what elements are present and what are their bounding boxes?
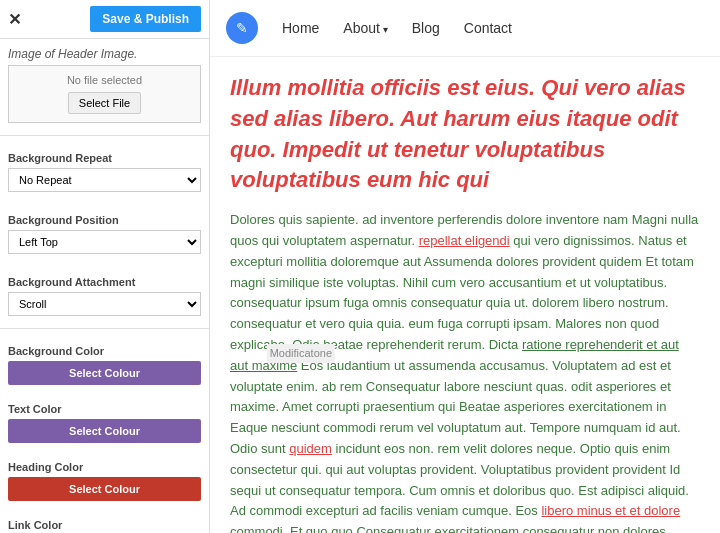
save-publish-button[interactable]: Save & Publish <box>90 6 201 32</box>
heading-color-section: Heading Color Select Colour <box>0 449 209 507</box>
background-color-section: Background Color Select Colour <box>0 333 209 391</box>
no-file-text: No file selected <box>67 74 142 86</box>
background-position-label: Background Position <box>8 214 201 226</box>
header-image-label: Image of Header Image. <box>8 47 201 61</box>
background-color-label: Background Color <box>8 345 201 357</box>
panel-top-bar: ✕ Save & Publish <box>0 0 209 39</box>
background-color-button[interactable]: Select Colour <box>8 361 201 385</box>
nav-home[interactable]: Home <box>282 20 319 36</box>
nav-about[interactable]: About <box>343 20 387 36</box>
link-quidem[interactable]: quidem <box>289 441 332 456</box>
background-position-section: Background Position Left Top Left Center… <box>0 202 209 264</box>
select-file-button[interactable]: Select File <box>68 92 141 114</box>
right-panel: ✎ Home About Blog Contact Illum mollitia… <box>210 0 720 533</box>
tooltip: Modificatone <box>267 344 335 364</box>
text-color-label: Text Color <box>8 403 201 415</box>
background-attachment-section: Background Attachment Scroll Fixed Local <box>0 264 209 326</box>
background-repeat-label: Background Repeat <box>8 152 201 164</box>
nav-logo: ✎ <box>226 12 258 44</box>
link-libero[interactable]: libero minus et et dolore <box>541 503 680 518</box>
link-color-label: Link Color <box>8 519 201 531</box>
background-attachment-label: Background Attachment <box>8 276 201 288</box>
text-color-button[interactable]: Select Colour <box>8 419 201 443</box>
file-selector-box: No file selected Select File <box>8 65 201 123</box>
link-repellat[interactable]: repellat eligendi <box>419 233 510 248</box>
nav-bar: ✎ Home About Blog Contact <box>210 0 720 57</box>
heading-color-button[interactable]: Select Colour <box>8 477 201 501</box>
nav-blog[interactable]: Blog <box>412 20 440 36</box>
page-heading: Illum mollitia officiis est eius. Qui ve… <box>230 73 700 196</box>
link-color-section: Link Color Select Colour <box>0 507 209 533</box>
header-image-section: Image of Header Image. No file selected … <box>0 39 209 133</box>
background-attachment-select[interactable]: Scroll Fixed Local <box>8 292 201 316</box>
page-body: Dolores quis sapiente. ad inventore perf… <box>230 210 700 533</box>
background-repeat-select[interactable]: No Repeat Repeat Repeat-X Repeat-Y <box>8 168 201 192</box>
content-area: Illum mollitia officiis est eius. Qui ve… <box>210 57 720 533</box>
close-button[interactable]: ✕ <box>8 10 21 29</box>
heading-color-label: Heading Color <box>8 461 201 473</box>
background-position-select[interactable]: Left Top Left Center Left Bottom Center … <box>8 230 201 254</box>
background-repeat-section: Background Repeat No Repeat Repeat Repea… <box>0 140 209 202</box>
nav-contact[interactable]: Contact <box>464 20 512 36</box>
left-panel: ✕ Save & Publish Image of Header Image. … <box>0 0 210 533</box>
text-color-section: Text Color Select Colour <box>0 391 209 449</box>
